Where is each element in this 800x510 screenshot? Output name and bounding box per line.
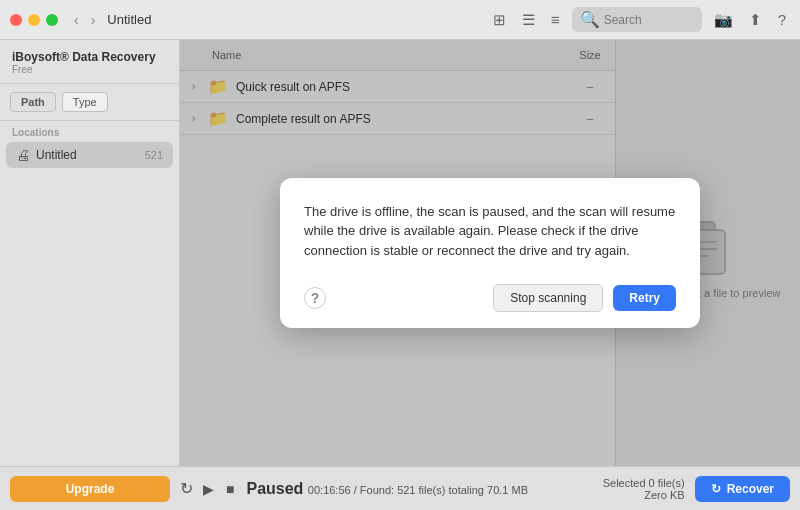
content-area: Name Size Date Created ⊕ › 📁 Quick resul… (180, 40, 800, 466)
drive-icon: 🖨 (16, 147, 30, 163)
minimize-button[interactable] (28, 14, 40, 26)
options-icon[interactable]: ≡ (547, 9, 564, 30)
recover-label: Recover (727, 482, 774, 496)
tab-path[interactable]: Path (10, 92, 56, 112)
selected-count: Selected 0 file(s) (603, 477, 685, 489)
sidebar: iBoysoft® Data Recovery Free Path Type L… (0, 40, 180, 466)
back-button[interactable]: ‹ (70, 10, 83, 30)
sidebar-item-count: 521 (145, 149, 163, 161)
play-button[interactable]: ▶ (201, 479, 216, 499)
sidebar-section-label: Locations (0, 121, 179, 140)
dialog-help-button[interactable]: ? (304, 287, 326, 309)
close-button[interactable] (10, 14, 22, 26)
scan-controls: ↻ ▶ ■ (180, 479, 236, 499)
stop-scanning-button[interactable]: Stop scanning (493, 284, 603, 312)
app-title: iBoysoft® Data Recovery (12, 50, 167, 64)
maximize-button[interactable] (46, 14, 58, 26)
toolbar: ⊞ ☰ ≡ 🔍 📷 ⬆ ? (489, 7, 790, 32)
selected-info: Selected 0 file(s) Zero KB (603, 477, 685, 501)
app-subtitle: Free (12, 64, 167, 75)
upgrade-button[interactable]: Upgrade (10, 476, 170, 502)
recover-icon: ↻ (711, 482, 721, 496)
dialog-message: The drive is offline, the scan is paused… (304, 202, 676, 261)
window-title: Untitled (107, 12, 151, 27)
status-area: Paused 00:16:56 / Found: 521 file(s) tot… (246, 480, 528, 498)
dialog-overlay: The drive is offline, the scan is paused… (180, 40, 800, 466)
bottom-bar: Upgrade ↻ ▶ ■ Paused 00:16:56 / Found: 5… (0, 466, 800, 510)
search-input[interactable] (604, 13, 694, 27)
forward-button[interactable]: › (87, 10, 100, 30)
status-detail-text: 00:16:56 / Found: 521 file(s) totaling 7… (308, 484, 528, 496)
selected-size: Zero KB (603, 489, 685, 501)
tab-type[interactable]: Type (62, 92, 108, 112)
app-header: iBoysoft® Data Recovery Free (0, 40, 179, 84)
search-box[interactable]: 🔍 (572, 7, 702, 32)
sidebar-tabs: Path Type (0, 84, 179, 121)
help-icon[interactable]: ? (774, 9, 790, 30)
sidebar-item-label: Untitled (36, 148, 139, 162)
share-icon[interactable]: ⬆ (745, 9, 766, 31)
spin-icon: ↻ (180, 479, 193, 498)
status-bold: Paused (246, 480, 303, 497)
main-layout: iBoysoft® Data Recovery Free Path Type L… (0, 40, 800, 466)
dialog: The drive is offline, the scan is paused… (280, 178, 700, 329)
grid-view-icon[interactable]: ⊞ (489, 9, 510, 31)
camera-icon[interactable]: 📷 (710, 9, 737, 31)
traffic-lights (10, 14, 58, 26)
title-bar: ‹ › Untitled ⊞ ☰ ≡ 🔍 📷 ⬆ ? (0, 0, 800, 40)
dialog-footer: ? Stop scanning Retry (304, 284, 676, 312)
recover-button[interactable]: ↻ Recover (695, 476, 790, 502)
list-view-icon[interactable]: ☰ (518, 9, 539, 31)
stop-button[interactable]: ■ (224, 479, 236, 499)
nav-buttons: ‹ › (70, 10, 99, 30)
sidebar-item-untitled[interactable]: 🖨 Untitled 521 (6, 142, 173, 168)
retry-button[interactable]: Retry (613, 285, 676, 311)
search-icon: 🔍 (580, 10, 600, 29)
